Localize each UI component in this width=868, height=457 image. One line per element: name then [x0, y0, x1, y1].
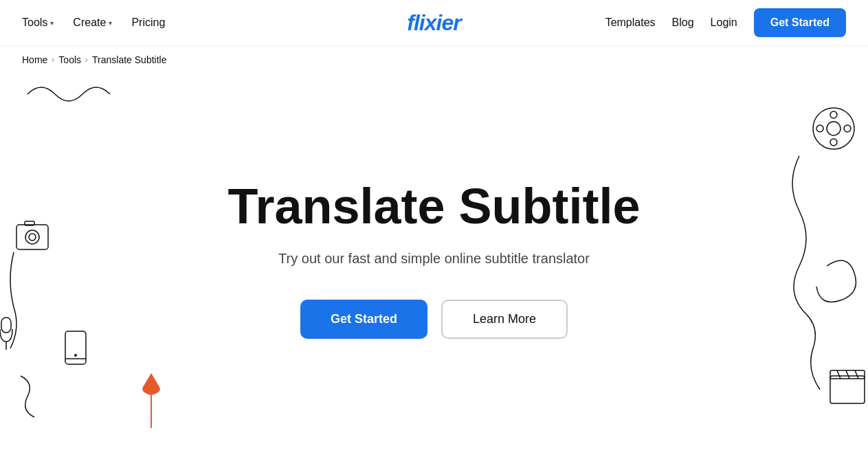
svg-rect-3 — [25, 221, 34, 225]
svg-point-1 — [25, 230, 39, 244]
navbar: Tools ▾ Create ▾ Pricing flixier Templat… — [0, 0, 868, 46]
svg-rect-16 — [830, 370, 865, 379]
nav-left: Tools ▾ Create ▾ Pricing — [22, 16, 165, 29]
site-logo[interactable]: flixier — [407, 10, 460, 36]
svg-point-2 — [29, 234, 36, 241]
nav-get-started-button[interactable]: Get Started — [754, 8, 846, 37]
svg-line-18 — [846, 370, 849, 379]
deco-left-illustration — [0, 74, 137, 431]
svg-point-8 — [74, 354, 77, 357]
svg-rect-15 — [830, 376, 865, 403]
hero-subtitle: Try out our fast and simple online subti… — [278, 251, 590, 267]
svg-point-9 — [813, 108, 854, 149]
deco-right-illustration — [696, 74, 868, 431]
nav-pricing[interactable]: Pricing — [131, 16, 165, 29]
svg-point-11 — [830, 111, 837, 118]
tools-chevron-icon: ▾ — [50, 19, 54, 27]
svg-line-17 — [837, 370, 841, 379]
breadcrumb-current: Translate Subtitle — [92, 54, 166, 65]
hero-title: Translate Subtitle — [227, 179, 640, 234]
breadcrumb: Home › Tools › Translate Subtitle — [0, 46, 868, 74]
breadcrumb-home[interactable]: Home — [22, 54, 47, 65]
create-chevron-icon: ▾ — [109, 19, 112, 27]
hero-get-started-button[interactable]: Get Started — [300, 300, 427, 339]
svg-rect-0 — [16, 225, 48, 249]
nav-login[interactable]: Login — [711, 16, 737, 29]
svg-point-10 — [827, 122, 841, 135]
nav-right: Templates Blog Login Get Started — [605, 8, 846, 37]
nav-templates[interactable]: Templates — [605, 16, 656, 29]
breadcrumb-sep-1: › — [52, 55, 54, 65]
svg-rect-4 — [1, 317, 11, 333]
svg-point-12 — [830, 139, 837, 146]
svg-line-19 — [855, 370, 858, 379]
hero-learn-more-button[interactable]: Learn More — [441, 300, 568, 339]
breadcrumb-tools[interactable]: Tools — [58, 54, 81, 65]
hero-section: Translate Subtitle Try out our fast and … — [0, 74, 868, 431]
deco-pin — [137, 373, 165, 431]
breadcrumb-sep-2: › — [85, 55, 88, 65]
svg-point-13 — [816, 125, 823, 132]
nav-blog[interactable]: Blog — [672, 16, 694, 29]
svg-rect-6 — [65, 331, 86, 364]
hero-buttons: Get Started Learn More — [300, 300, 568, 339]
nav-tools[interactable]: Tools ▾ — [22, 16, 54, 29]
svg-point-14 — [844, 125, 851, 132]
nav-create[interactable]: Create ▾ — [73, 16, 112, 29]
